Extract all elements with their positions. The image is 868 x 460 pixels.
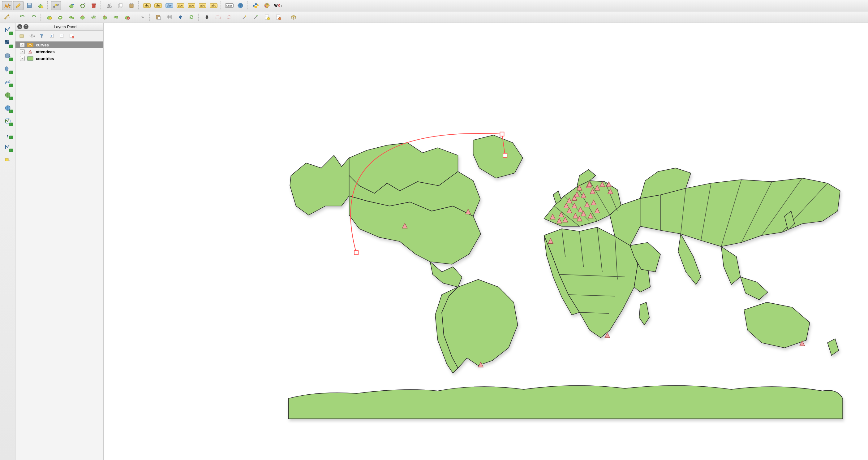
csw-button[interactable]: CSW: [224, 1, 235, 10]
toolbar-second: ▾ »: [0, 11, 868, 23]
cut-button[interactable]: [104, 1, 115, 10]
svg-rect-36: [5, 40, 7, 42]
svg-point-20: [59, 17, 61, 18]
new-db-button[interactable]: +: [2, 51, 13, 61]
paste-as-button[interactable]: [153, 12, 163, 22]
svg-rect-56: [354, 251, 358, 255]
remove-layer-button[interactable]: [67, 32, 75, 40]
svg-point-15: [266, 5, 266, 6]
left-dropdown-button[interactable]: ▾: [2, 155, 13, 165]
new-delimited-button[interactable]: ,+: [2, 129, 13, 139]
map-canvas[interactable]: [104, 23, 868, 460]
wand-button[interactable]: [240, 12, 250, 22]
svg-rect-11: [119, 3, 122, 7]
toggle-edit-button[interactable]: ▾: [2, 1, 12, 10]
rotate-feature-button[interactable]: [78, 1, 88, 10]
svg-point-5: [55, 4, 57, 6]
svg-point-19: [49, 17, 52, 20]
node-tool-button[interactable]: [51, 1, 61, 10]
panel-undock-icon[interactable]: ❐: [24, 24, 28, 29]
new-vector-button[interactable]: +: [2, 25, 13, 35]
layers-panel-title: Layers Panel: [30, 25, 101, 29]
open-table-button[interactable]: [164, 12, 175, 22]
label-show-button[interactable]: abc: [197, 1, 208, 10]
label-pin-button[interactable]: abc: [153, 1, 163, 10]
new-raster-button[interactable]: +: [2, 38, 13, 48]
split-button[interactable]: [100, 12, 110, 22]
delete-selected-button[interactable]: [89, 1, 99, 10]
label-change-button[interactable]: abc: [209, 1, 219, 10]
style-manager-button[interactable]: [262, 1, 272, 10]
merge-button[interactable]: [111, 12, 121, 22]
layer-visibility-checkbox[interactable]: ✓: [20, 49, 25, 54]
svg-rect-54: [500, 132, 504, 136]
wand2-button[interactable]: [251, 12, 261, 22]
new-wms-button[interactable]: +: [2, 90, 13, 100]
filter-legend-button[interactable]: [38, 32, 46, 40]
layer-name-label: countries: [36, 56, 54, 61]
add-group-button[interactable]: [18, 32, 26, 40]
refresh-button[interactable]: [186, 12, 197, 22]
new-mesh-button[interactable]: +: [2, 77, 13, 87]
layer-symbol-curves: [27, 43, 33, 47]
label-abc-button[interactable]: abc: [142, 1, 152, 10]
pencil-button[interactable]: [13, 1, 24, 10]
svg-rect-4: [58, 5, 59, 6]
layer-row-curves[interactable]: ✓ curves: [16, 41, 103, 48]
layer-row-attendees[interactable]: ✓ attendees: [16, 48, 103, 55]
select-rect-button[interactable]: [213, 12, 223, 22]
label-move-button[interactable]: abc: [175, 1, 186, 10]
panel-close-icon[interactable]: ✕: [17, 24, 22, 29]
add-feature-button[interactable]: [35, 1, 46, 10]
measure-button[interactable]: ▾: [2, 12, 12, 22]
new-wfs-button[interactable]: +: [2, 116, 13, 126]
svg-point-27: [207, 17, 208, 18]
collapse-all-button[interactable]: [58, 32, 66, 40]
svg-point-33: [278, 17, 281, 20]
svg-rect-3: [53, 6, 55, 8]
bookmark2-button[interactable]: [273, 12, 283, 22]
select-poly-button[interactable]: [224, 12, 235, 22]
layers-button[interactable]: [288, 12, 299, 22]
wkt-button[interactable]: WKT: [273, 1, 283, 10]
processing-button[interactable]: [175, 12, 186, 22]
undo-button[interactable]: [17, 12, 28, 22]
redo-button[interactable]: [28, 12, 39, 22]
layer-row-countries[interactable]: ✓ countries: [16, 55, 103, 62]
label-rotate-button[interactable]: abc: [186, 1, 197, 10]
part-add-button[interactable]: [66, 12, 77, 22]
ring-add-button[interactable]: [55, 12, 66, 22]
layer-list: ✓ curves ✓ attendees ✓ countries: [16, 41, 103, 460]
app-root: ▾ abc abc abc abc abc abc abc CSW WKT ▾: [0, 0, 868, 460]
layer-visibility-checkbox[interactable]: ✓: [20, 56, 25, 61]
reshape-button[interactable]: [78, 12, 88, 22]
toolbar-top: ▾ abc abc abc abc abc abc abc CSW WKT: [0, 0, 868, 11]
copy-button[interactable]: [115, 1, 126, 10]
manage-visibility-button[interactable]: ▾: [28, 32, 36, 40]
countries-layer: [288, 135, 843, 419]
save-edits-button[interactable]: [24, 1, 35, 10]
more-tools-button[interactable]: »: [137, 12, 148, 22]
layer-symbol-attendees: [27, 50, 33, 54]
svg-rect-13: [130, 3, 132, 4]
bookmark1-button[interactable]: [262, 12, 272, 22]
layers-panel-toolbar: ▾: [16, 31, 103, 41]
delete-part-button[interactable]: [122, 12, 132, 22]
move-feature-button[interactable]: [66, 1, 77, 10]
label-blue-button[interactable]: abc: [164, 1, 175, 10]
pen-tool-button[interactable]: [202, 12, 212, 22]
globe-button[interactable]: [235, 1, 246, 10]
svg-point-34: [5, 28, 6, 29]
svg-point-47: [31, 35, 32, 36]
new-wcs-button[interactable]: +: [2, 103, 13, 113]
offset-button[interactable]: [89, 12, 99, 22]
polygon-add-button[interactable]: [44, 12, 55, 22]
svg-rect-7: [92, 4, 96, 5]
layers-panel-header: ✕ ❐ Layers Panel: [16, 23, 103, 31]
python-button[interactable]: [251, 1, 261, 10]
new-scratch-button[interactable]: +: [2, 142, 13, 152]
expand-all-button[interactable]: [48, 32, 56, 40]
layer-visibility-checkbox[interactable]: ✓: [20, 42, 25, 47]
paste-button[interactable]: [126, 1, 137, 10]
new-spatialite-button[interactable]: +: [2, 64, 13, 74]
